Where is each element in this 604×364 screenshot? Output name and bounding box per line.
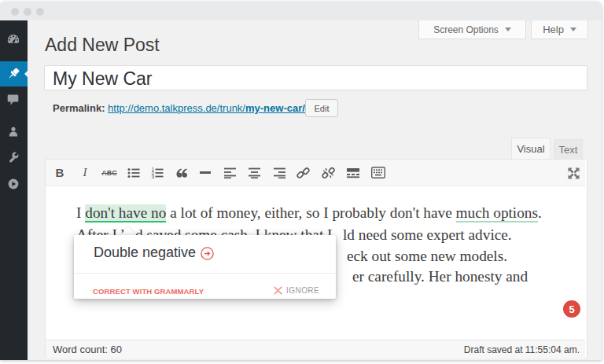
svg-text:3: 3 (151, 174, 154, 178)
